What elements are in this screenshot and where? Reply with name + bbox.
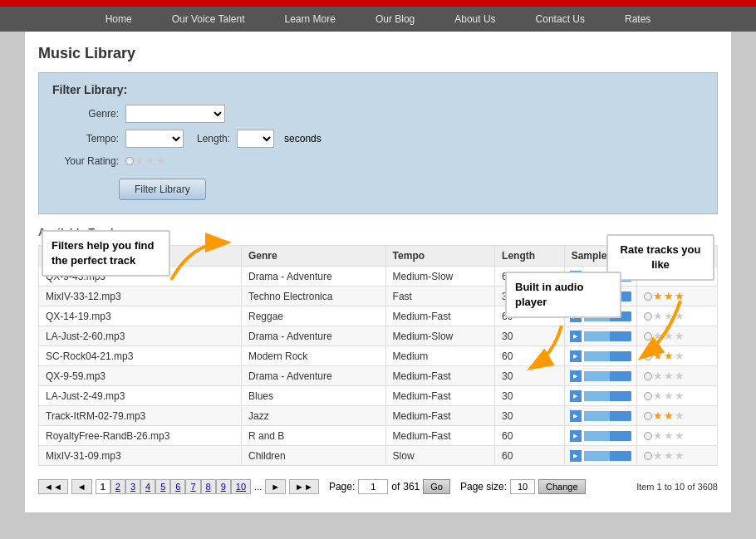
tempo-label: Tempo: (52, 133, 119, 145)
go-button[interactable]: Go (423, 479, 450, 494)
col-tempo: Tempo (385, 246, 495, 267)
player-bar[interactable] (570, 430, 632, 442)
pag-numbers: 12345678910 (96, 479, 251, 494)
track-tempo: Medium-Fast (385, 426, 495, 446)
pag-first[interactable]: ◄◄ (38, 479, 68, 494)
rating-star-1[interactable]: ★ (653, 449, 663, 462)
tempo-length-row: Tempo: Length: seconds (52, 130, 704, 148)
genre-row: Genre: (52, 105, 704, 123)
change-button[interactable]: Change (538, 479, 586, 494)
rating-star-2[interactable]: ★ (664, 370, 674, 382)
play-button[interactable] (570, 450, 582, 462)
pag-page-8[interactable]: 8 (201, 479, 216, 494)
nav-rates[interactable]: Rates (605, 7, 670, 32)
track-genre: Drama - Adventure (242, 267, 386, 287)
track-rating[interactable]: ★★★ (637, 406, 718, 426)
track-genre: Reggae (242, 306, 386, 326)
rating-star-3[interactable]: ★ (675, 390, 685, 402)
track-tempo: Medium-Fast (385, 366, 495, 386)
pag-page-4[interactable]: 4 (140, 479, 155, 494)
genre-select[interactable] (125, 105, 225, 123)
track-sample[interactable] (564, 446, 637, 466)
pag-page-9[interactable]: 9 (216, 479, 231, 494)
track-name: Track-ItRM-02-79.mp3 (39, 406, 242, 426)
navigation: Home Our Voice Talent Learn More Our Blo… (0, 7, 756, 32)
track-length: 30 (495, 386, 565, 406)
pag-page-6[interactable]: 6 (170, 479, 185, 494)
filter-star-3[interactable]: ★ (156, 154, 166, 167)
pag-page-2[interactable]: 2 (110, 479, 125, 494)
progress-track[interactable] (584, 391, 632, 401)
pag-page-7[interactable]: 7 (185, 479, 200, 494)
page-input[interactable] (358, 479, 388, 494)
size-label: Page size: (460, 481, 507, 492)
filter-library-button[interactable]: Filter Library (119, 179, 206, 200)
page-size-input[interactable] (510, 479, 535, 494)
play-button[interactable] (570, 430, 582, 442)
filter-star-1[interactable]: ★ (135, 154, 145, 167)
player-bar[interactable] (570, 390, 632, 402)
track-rating[interactable]: ★★★ (637, 366, 718, 386)
rating-radio[interactable] (644, 432, 652, 440)
rating-star-2[interactable]: ★ (664, 390, 674, 402)
rating-star-3[interactable]: ★ (675, 429, 685, 442)
pag-page-1[interactable]: 1 (96, 479, 110, 494)
track-sample[interactable] (564, 406, 637, 426)
rating-radio[interactable] (644, 372, 652, 380)
player-bar[interactable] (570, 370, 632, 382)
rating-star-1[interactable]: ★ (653, 390, 663, 402)
progress-track[interactable] (584, 451, 632, 461)
pag-next[interactable]: ► (265, 479, 286, 494)
nav-learn-more[interactable]: Learn More (265, 7, 356, 32)
rating-radio[interactable] (644, 412, 652, 420)
play-button[interactable] (570, 410, 582, 422)
progress-track[interactable] (584, 431, 632, 441)
pag-last[interactable]: ►► (289, 479, 319, 494)
nav-about-us[interactable]: About Us (434, 7, 515, 32)
player-callout: Built in audio player (505, 272, 621, 318)
rating-star-2[interactable]: ★ (664, 409, 674, 422)
rating-row: Your Rating: ★ ★ ★ (52, 154, 704, 167)
rating-callout: Rate tracks you like (606, 234, 714, 281)
rating-radio[interactable] (644, 392, 652, 400)
seconds-label: seconds (284, 133, 322, 145)
table-row: LA-Just-2-60.mp3Drama - AdventureMedium-… (39, 326, 718, 346)
table-row: RoyaltyFree-RandB-26.mp3R and BMedium-Fa… (39, 426, 718, 446)
tempo-select[interactable] (125, 130, 184, 148)
track-genre: Techno Electronica (242, 287, 386, 306)
play-button[interactable] (570, 370, 582, 382)
pag-prev[interactable]: ◄ (71, 479, 92, 494)
rating-star-3[interactable]: ★ (675, 449, 685, 462)
nav-home[interactable]: Home (86, 7, 152, 32)
play-button[interactable] (570, 390, 582, 402)
length-select[interactable] (237, 130, 274, 148)
nav-voice-talent[interactable]: Our Voice Talent (152, 7, 265, 32)
filter-star-2[interactable]: ★ (145, 154, 155, 167)
track-rating[interactable]: ★★★ (637, 446, 718, 466)
rating-star-1[interactable]: ★ (653, 429, 663, 442)
progress-track[interactable] (584, 411, 632, 421)
nav-contact-us[interactable]: Contact Us (516, 7, 605, 32)
player-bar[interactable] (570, 450, 632, 462)
track-rating[interactable]: ★★★ (637, 386, 718, 406)
rating-star-3[interactable]: ★ (675, 409, 685, 422)
rating-star-3[interactable]: ★ (675, 370, 685, 382)
pag-page-10[interactable]: 10 (231, 479, 251, 494)
track-sample[interactable] (564, 386, 637, 406)
track-genre: Drama - Adventure (242, 366, 386, 386)
nav-blog[interactable]: Our Blog (356, 7, 434, 32)
player-bar[interactable] (570, 410, 632, 422)
filter-radio[interactable] (125, 157, 134, 165)
rating-star-1[interactable]: ★ (653, 370, 663, 382)
track-name: LA-Just-2-49.mp3 (39, 386, 242, 406)
progress-track[interactable] (584, 371, 632, 381)
rating-star-2[interactable]: ★ (664, 449, 674, 462)
rating-radio[interactable] (644, 452, 652, 460)
rating-star-2[interactable]: ★ (664, 429, 674, 442)
pag-page-3[interactable]: 3 (125, 479, 140, 494)
track-rating[interactable]: ★★★ (637, 426, 718, 446)
rating-star-1[interactable]: ★ (653, 409, 663, 422)
of-label: of (391, 481, 400, 492)
pag-page-5[interactable]: 5 (155, 479, 170, 494)
track-sample[interactable] (564, 426, 637, 446)
